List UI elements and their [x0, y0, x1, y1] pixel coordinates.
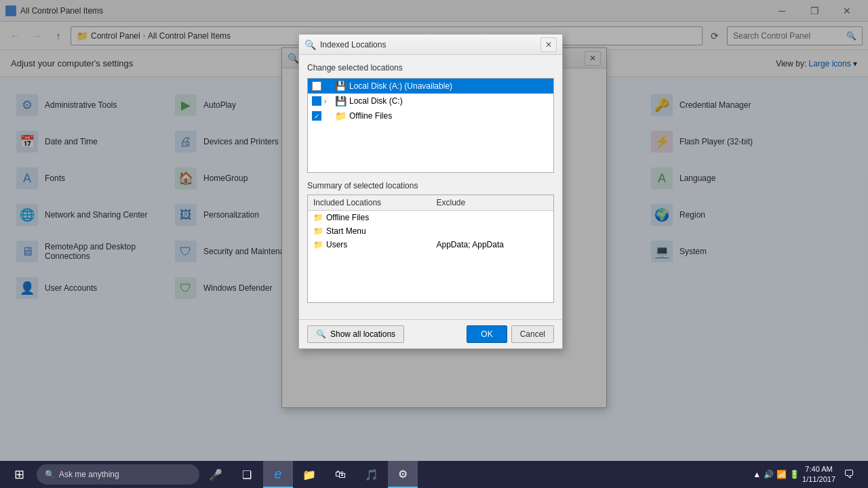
edge-button[interactable]: e: [263, 461, 293, 488]
tree-item-localdisk-a[interactable]: 💾 Local Disk (A:) (Unavailable): [308, 79, 553, 94]
summary-location: 📁Users: [308, 238, 431, 251]
locations-tree: 💾 Local Disk (A:) (Unavailable) › 💾 Loca…: [307, 78, 554, 173]
summary-row: 📁Start Menu: [308, 224, 553, 238]
folder-icon: 📁: [313, 226, 323, 236]
localdisk-a-label: Local Disk (A:) (Unavailable): [349, 81, 452, 91]
tree-item-localdisk-c[interactable]: › 💾 Local Disk (C:): [308, 94, 553, 108]
summary-label: Summary of selected locations: [307, 181, 554, 190]
localdisk-c-label: Local Disk (C:): [349, 96, 403, 106]
taskbar-search[interactable]: 🔍 Ask me anything: [37, 464, 199, 485]
folder-icon: 📁: [313, 240, 323, 249]
col-included: Included Locations: [308, 195, 431, 211]
tree-item-offline-files[interactable]: ✓ 📁 Offline Files: [308, 108, 553, 123]
summary-exclude: [431, 224, 553, 238]
checkbox-localdisk-a[interactable]: [312, 81, 321, 91]
offline-files-icon: 📁: [335, 110, 347, 121]
tray-arrow[interactable]: ▲: [753, 470, 761, 479]
offline-files-label: Offline Files: [349, 111, 392, 121]
show-all-icon: 🔍: [316, 329, 326, 339]
time-display: 7:40 AM: [802, 464, 835, 474]
dialog-body: Change selected locations 💾 Local Disk (…: [299, 55, 562, 319]
localdisk-c-icon: 💾: [335, 96, 347, 106]
taskbar-clock[interactable]: 7:40 AM 1/11/2017: [802, 464, 835, 485]
store-button[interactable]: 🛍: [326, 461, 355, 488]
summary-exclude: [431, 211, 553, 225]
system-tray: ▲ 🔊 📶 🔋: [753, 470, 800, 479]
start-button[interactable]: ⊞: [3, 461, 35, 488]
date-display: 1/11/2017: [802, 474, 835, 485]
summary-exclude: AppData; AppData: [431, 238, 553, 251]
dialog-action-buttons: OK Cancel: [467, 325, 554, 343]
dialog-close-button[interactable]: ✕: [540, 37, 557, 52]
summary-location: 📁Start Menu: [308, 224, 431, 238]
col-exclude: Exclude: [431, 195, 553, 211]
speaker-icon[interactable]: 🔊: [764, 470, 774, 479]
folder-icon: 📁: [313, 213, 323, 222]
taskbar-search-label: Ask me anything: [59, 470, 119, 479]
taskbar: ⊞ 🔍 Ask me anything 🎤 ❑ e 📁 🛍 🎵 ⚙ ▲ 🔊 📶 …: [0, 461, 868, 488]
ok-button[interactable]: OK: [467, 325, 507, 343]
dialog-footer: 🔍 Show all locations OK Cancel: [299, 319, 562, 348]
media-button[interactable]: 🎵: [357, 461, 387, 488]
summary-row: 📁UsersAppData; AppData: [308, 238, 553, 251]
dialog-icon: 🔍: [304, 39, 316, 50]
checkbox-localdisk-c[interactable]: [312, 96, 321, 106]
controlpanel-taskbar-button[interactable]: ⚙: [388, 461, 418, 488]
show-all-button[interactable]: 🔍 Show all locations: [307, 325, 404, 343]
indexed-locations-dialog[interactable]: 🔍 Indexed Locations ✕ Change selected lo…: [298, 34, 563, 349]
task-view-button[interactable]: ❑: [232, 461, 262, 488]
summary-location: 📁Offline Files: [308, 211, 431, 225]
network-icon[interactable]: 📶: [776, 470, 787, 479]
summary-table: Included Locations Exclude 📁Offline File…: [307, 195, 554, 303]
summary-row: 📁Offline Files: [308, 211, 553, 225]
dialog-titlebar: 🔍 Indexed Locations ✕: [299, 35, 562, 55]
taskbar-right: ▲ 🔊 📶 🔋 7:40 AM 1/11/2017 🗨: [747, 461, 865, 488]
battery-icon[interactable]: 🔋: [789, 470, 800, 479]
notification-button[interactable]: 🗨: [838, 461, 860, 488]
mic-button[interactable]: 🎤: [201, 461, 231, 488]
section1-label: Change selected locations: [307, 63, 554, 73]
localdisk-a-icon: 💾: [335, 81, 347, 92]
file-explorer-button[interactable]: 📁: [294, 461, 324, 488]
cancel-button[interactable]: Cancel: [511, 325, 554, 343]
search-icon-taskbar: 🔍: [45, 470, 55, 479]
dialog-title: Indexed Locations: [320, 40, 386, 49]
checkbox-offline-files[interactable]: ✓: [312, 111, 321, 121]
